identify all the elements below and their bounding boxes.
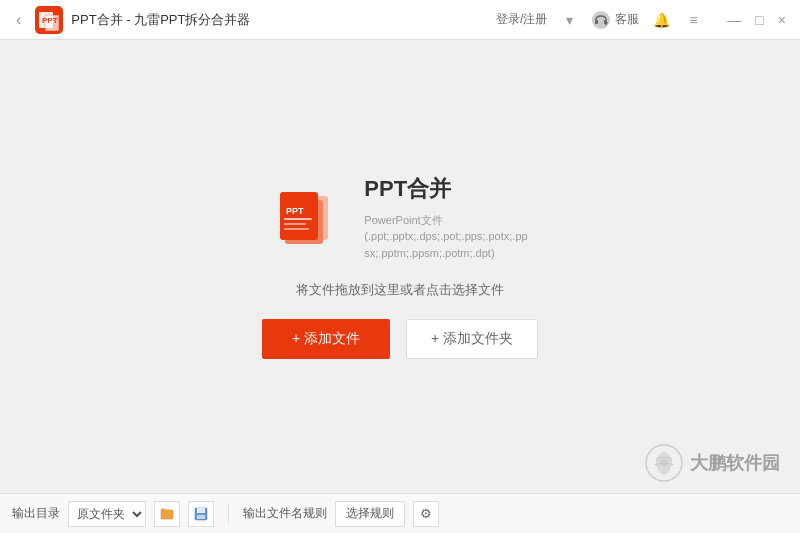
menu-icon[interactable]: ≡ [683,10,703,30]
separator [228,504,229,524]
customer-service-label: 客服 [615,11,639,28]
ppt-desc: PowerPoint文件(.ppt;.pptx;.dps;.pot;.pps;.… [364,212,527,262]
svg-rect-12 [284,223,306,225]
maximize-button[interactable]: □ [751,12,767,28]
bottom-bar: 输出目录 原文件夹 输出文件名规则 选择规则 ⚙ [0,493,800,533]
output-dir-label: 输出目录 [12,505,60,522]
svg-text:PPT: PPT [286,206,304,216]
disk-icon [194,507,208,521]
svg-rect-18 [197,515,205,519]
app-logo: PPT [35,6,63,34]
main-content: PPT PPT合并 PowerPoint文件(.ppt;.pptx;.dps;.… [0,40,800,493]
login-button[interactable]: 登录/注册 [496,11,547,28]
svg-rect-5 [595,20,598,24]
add-file-button[interactable]: + 添加文件 [262,319,390,359]
upload-area: PPT PPT合并 PowerPoint文件(.ppt;.pptx;.dps;.… [262,174,538,360]
bell-icon[interactable]: 🔔 [651,10,671,30]
svg-rect-13 [284,228,309,230]
app-title: PPT合并 - 九雷PPT拆分合并器 [71,11,250,29]
title-bar: ‹ PPT PPT合并 - 九雷PPT拆分合并器 登录/注册 ▾ 客服 🔔 ≡ [0,0,800,40]
headset-icon [591,10,611,30]
back-button[interactable]: ‹ [10,9,27,31]
customer-service-button[interactable]: 客服 [591,10,639,30]
svg-rect-6 [604,20,607,24]
svg-point-15 [660,459,668,467]
svg-rect-11 [284,218,312,220]
svg-rect-17 [197,508,205,513]
close-button[interactable]: × [774,12,790,28]
folder-icon [160,507,174,521]
watermark-logo-icon [644,443,684,483]
output-dir-select[interactable]: 原文件夹 [68,501,146,527]
ppt-title: PPT合并 [364,174,527,204]
dropdown-icon[interactable]: ▾ [559,10,579,30]
save-button[interactable] [188,501,214,527]
svg-text:PPT: PPT [42,16,58,25]
select-rule-button[interactable]: 选择规则 [335,501,405,527]
watermark-text: 大鹏软件园 [690,451,780,475]
svg-rect-9 [280,192,318,240]
minimize-button[interactable]: — [723,12,745,28]
ppt-text-info: PPT合并 PowerPoint文件(.ppt;.pptx;.dps;.pot;… [364,174,527,262]
title-bar-right: 登录/注册 ▾ 客服 🔔 ≡ — □ × [496,10,790,30]
add-folder-button[interactable]: + 添加文件夹 [406,319,538,359]
ppt-info: PPT PPT合并 PowerPoint文件(.ppt;.pptx;.dps;.… [272,174,527,262]
window-controls: — □ × [723,12,790,28]
ppt-icon: PPT [272,182,344,254]
drag-hint: 将文件拖放到这里或者点击选择文件 [296,281,504,299]
output-name-label: 输出文件名规则 [243,505,327,522]
svg-point-4 [592,11,610,29]
watermark: 大鹏软件园 [644,443,780,483]
gear-button[interactable]: ⚙ [413,501,439,527]
open-folder-button[interactable] [154,501,180,527]
action-buttons: + 添加文件 + 添加文件夹 [262,319,538,359]
title-bar-left: ‹ PPT PPT合并 - 九雷PPT拆分合并器 [10,6,250,34]
